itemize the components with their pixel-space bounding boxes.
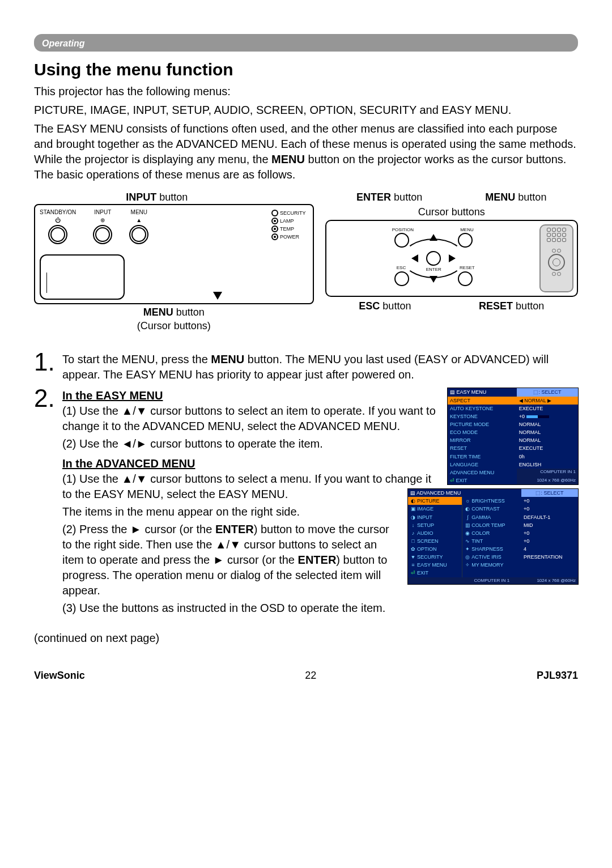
esc-button — [394, 271, 409, 286]
steps: 1. To start the MENU, press the MENU but… — [34, 350, 578, 618]
arrow-down-icon — [213, 292, 222, 300]
projector-panel-diagram: INPUT button STANDBY/ON ⏻ INPUT ⊕ ME — [34, 190, 314, 333]
continued-note: (continued on next page) — [34, 631, 578, 646]
security-led-label: SECURITY — [280, 210, 306, 216]
advanced-menu-heading: In the ADVANCED MENU — [62, 457, 195, 470]
section-headline: Operating — [34, 34, 578, 52]
security-led-icon — [271, 210, 278, 216]
step-1-text-a: To start the MENU, press the — [62, 353, 211, 365]
intro-line-1: This projector has the following menus: — [34, 84, 578, 99]
standby-dial — [48, 225, 67, 244]
step-2-number: 2. — [34, 386, 58, 618]
page-title: Using the menu function — [34, 58, 578, 82]
esc-rest: button — [380, 300, 411, 312]
menu-bold: MENU — [143, 307, 173, 318]
remote-panel: POSITION MENU ENTER ESC RESET — [325, 220, 579, 297]
input-button-label-bold: INPUT — [126, 192, 156, 203]
input-button-panel: INPUT ⊕ — [93, 209, 112, 244]
lamp-led-icon — [271, 218, 278, 224]
advanced-menu-osd: ▤ ADVANCED MENU⬚: SELECT ◐PICTURE ☼BRIGH… — [408, 489, 578, 584]
projector-top-panel: STANDBY/ON ⏻ INPUT ⊕ MENU ▲ — [34, 204, 314, 304]
intro-line-2: PICTURE, IMAGE, INPUT, SETUP, AUDIO, SCR… — [34, 103, 578, 118]
position-button — [394, 233, 409, 248]
reset-button — [458, 271, 473, 286]
power-icon: ⏻ — [55, 216, 61, 224]
intro-para: The EASY MENU consists of functions ofte… — [34, 121, 578, 182]
intro-menu-bold: MENU — [271, 153, 305, 165]
menu-remote-label: MENU — [460, 227, 474, 233]
menu-dial — [129, 225, 148, 244]
esc-button-label: ESC button — [359, 299, 411, 313]
standby-on-button: STANDBY/ON ⏻ — [40, 209, 76, 244]
input-dial — [93, 225, 112, 244]
position-label: POSITION — [392, 227, 414, 233]
esc-bold: ESC — [359, 300, 380, 312]
menu-button-panel: MENU ▲ — [129, 209, 148, 244]
temp-led-icon — [271, 225, 278, 232]
power-led-icon — [271, 233, 278, 240]
easy-menu-heading: In the EASY MENU — [62, 389, 163, 402]
adv-step-3: (3) Use the buttons as instructed in the… — [62, 601, 578, 616]
step-1-number: 1. — [34, 350, 58, 382]
lamp-led-label: LAMP — [280, 218, 294, 224]
enter-button-label: ENTER button — [356, 190, 422, 204]
up-triangle-icon: ▲ — [136, 216, 142, 224]
menu-remote-button — [458, 233, 473, 248]
remote-ring-icon — [548, 254, 565, 271]
reset-button-label: RESET button — [479, 299, 544, 313]
adv-enter-bold-2: ENTER — [298, 554, 337, 566]
remote-diagram: ENTER button MENU button Cursor buttons … — [325, 190, 579, 314]
footer-brand: ViewSonic — [34, 669, 85, 682]
cursor-buttons-sub: (Cursor buttons) — [137, 320, 211, 331]
projector-shape — [40, 254, 125, 300]
menu-button-label-remote: MENU button — [485, 190, 546, 204]
reset-rest: button — [513, 300, 544, 312]
enter-rest: button — [391, 192, 422, 203]
input-button-label-rest: button — [156, 192, 188, 203]
cursor-buttons-label: Cursor buttons — [418, 205, 485, 219]
footer-page-number: 22 — [305, 669, 316, 682]
step-1: 1. To start the MENU, press the MENU but… — [34, 350, 578, 382]
reset-bold: RESET — [479, 300, 513, 312]
easy-menu-osd: ▤ EASY MENU⬚: SELECTASPECT◀ NORMAL ▶AUTO… — [448, 388, 578, 484]
standby-label: STANDBY/ON — [40, 209, 76, 216]
projector-body — [40, 248, 308, 300]
input-label: INPUT — [94, 209, 111, 216]
page-footer: ViewSonic 22 PJL9371 — [34, 669, 578, 682]
menu-rest-r: button — [515, 192, 546, 203]
power-led-label: POWER — [280, 233, 299, 240]
dpad: POSITION MENU ENTER ESC RESET — [330, 227, 538, 290]
adv-enter-bold-1: ENTER — [215, 523, 254, 535]
input-icon: ⊕ — [100, 216, 105, 224]
temp-led-label: TEMP — [280, 225, 294, 232]
adv-2a: (2) Press the ► cursor (or the — [62, 523, 215, 535]
footer-model: PJL9371 — [537, 669, 578, 682]
status-leds: SECURITY LAMP TEMP POWER — [271, 210, 306, 241]
menu-label: MENU — [131, 209, 147, 216]
menu-button-label-below: MENU button (Cursor buttons) — [137, 305, 211, 333]
step-1-menu-bold: MENU — [211, 353, 244, 365]
menu-bold-r: MENU — [485, 192, 515, 203]
headline-text: Operating — [42, 39, 85, 48]
remote-controller — [539, 224, 573, 292]
diagram-row: INPUT button STANDBY/ON ⏻ INPUT ⊕ ME — [34, 190, 578, 333]
menu-rest: button — [173, 307, 205, 318]
step-2: 2. ▤ EASY MENU⬚: SELECTASPECT◀ NORMAL ▶A… — [34, 386, 578, 618]
enter-bold: ENTER — [356, 192, 391, 203]
